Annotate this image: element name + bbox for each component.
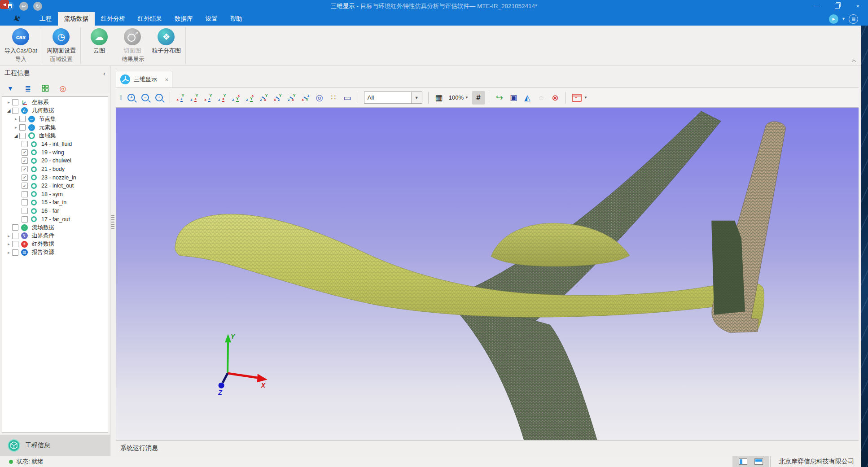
link-network-icon[interactable]: ◌ [535, 91, 548, 105]
outline-list-icon[interactable]: ≣ [23, 83, 33, 93]
panel-collapse-icon[interactable]: ‹ [103, 70, 105, 77]
locate-target-icon[interactable]: ◎ [58, 83, 68, 93]
tree-checkbox[interactable]: ✓ [22, 175, 28, 181]
mesh-grid-toggle[interactable]: # [472, 91, 485, 105]
menu-item-2[interactable]: 红外分析 [95, 12, 132, 26]
clear-all-icon[interactable]: ⊗ [549, 91, 561, 105]
view-back-icon[interactable]: zxY [188, 91, 201, 105]
menu-item-6[interactable]: 帮助 [224, 12, 249, 26]
menu-item-1[interactable]: 流场数据 [58, 12, 95, 26]
view-bottom-icon[interactable]: zYx [244, 91, 256, 105]
tree-item-15-far_in[interactable]: 15 - far_in [2, 198, 108, 207]
package-dropdown[interactable]: ▼ [570, 91, 589, 105]
tree-checkbox[interactable] [22, 216, 28, 223]
group-grid-icon[interactable] [40, 83, 50, 93]
tree-checkbox[interactable] [22, 208, 28, 214]
tree-checkbox[interactable] [22, 191, 28, 197]
layout-bottom-panel-toggle[interactable] [754, 458, 763, 465]
tree-item-20-chuiwei[interactable]: ✓20 - chuiwei [2, 157, 108, 165]
particles-scatter-icon[interactable]: ∷ [327, 91, 340, 105]
combo-dropdown-icon[interactable]: ▼ [411, 92, 422, 103]
transparency-checker-icon[interactable]: ▦ [433, 91, 445, 105]
view-front-icon[interactable]: xzY [174, 91, 187, 105]
help-book-icon[interactable]: ▤ [849, 14, 858, 24]
tree-expander-icon[interactable]: ▸ [6, 100, 12, 105]
display-filter-combobox[interactable]: All▼ [364, 92, 422, 104]
undo-icon[interactable]: ↩ [19, 2, 28, 11]
tree-item--[interactable]: ▸↔节点集 [2, 115, 108, 123]
export-share-icon[interactable]: ↪ [493, 91, 506, 105]
tree-checkbox[interactable] [22, 141, 28, 147]
tree-item--[interactable]: ▸☀红外数据 [2, 240, 108, 249]
tree-expander-icon[interactable]: ▸ [6, 250, 12, 255]
tree-expander-icon[interactable]: ▸ [6, 234, 12, 238]
mirror-symmetry-icon[interactable]: ◭ [521, 91, 534, 105]
tree-item--[interactable]: ▸◌元素集 [2, 123, 108, 132]
ribbon-button-cas[interactable]: cas导入Cas/Dat [4, 28, 37, 55]
ribbon-button-particles[interactable]: ❖粒子分布图 [152, 28, 181, 55]
tree-expander-icon[interactable]: ◢ [13, 133, 19, 138]
tree-checkbox[interactable] [12, 249, 18, 256]
ribbon-button-slice[interactable]: ↗切面图 [118, 28, 146, 55]
tab-3d-display[interactable]: 三维显示 × [116, 71, 172, 87]
view-iso-nw-icon[interactable]: xzY [272, 91, 284, 105]
menu-item-0[interactable]: 工程 [33, 12, 58, 26]
view-top-icon[interactable]: zYx [230, 91, 242, 105]
tree-expander-icon[interactable]: ◢ [6, 108, 12, 113]
tree-item--[interactable]: ◢◭几何数据 [2, 107, 108, 115]
tree-checkbox[interactable] [12, 241, 18, 247]
ribbon-button-clock[interactable]: ◷周期面设置 [47, 28, 76, 55]
chevron-down-icon[interactable]: ▼ [842, 17, 846, 21]
tree-item--[interactable]: ∴流场数据 [2, 223, 108, 232]
tree-item-22-inlet_out[interactable]: ✓22 - inlet_out [2, 182, 108, 190]
tab-close-icon[interactable]: × [165, 76, 168, 83]
tree-checkbox[interactable] [19, 133, 26, 139]
tree-checkbox[interactable]: ✓ [22, 166, 28, 172]
zoom-window-icon[interactable]: ▫ [153, 91, 166, 105]
tree-item--[interactable]: ▸▤报告资源 [2, 249, 108, 257]
tree-checkbox[interactable] [19, 116, 26, 122]
tree-checkbox[interactable]: ✓ [22, 149, 28, 156]
tree-item-16-far[interactable]: 16 - far [2, 207, 108, 215]
tree-expander-icon[interactable]: ▸ [13, 117, 19, 121]
view-iso-se-icon[interactable]: zxY [285, 91, 298, 105]
tree-checkbox[interactable]: ✓ [22, 183, 28, 189]
menu-item-5[interactable]: 设置 [199, 12, 224, 26]
tree-expander-icon[interactable]: ▸ [13, 125, 19, 130]
tree-checkbox[interactable] [12, 224, 18, 231]
toolbar-drag-handle[interactable]: ‖ [119, 94, 122, 101]
viewport-3d[interactable]: Y X Z [116, 108, 859, 440]
filter-icon[interactable]: ▼ [5, 83, 15, 93]
tree-checkbox[interactable] [12, 233, 18, 239]
bottom-tab-project-info[interactable]: 工程信息 [0, 435, 110, 456]
tree-item--[interactable]: ▸↯边界条件 [2, 232, 108, 240]
zoom-percent-dropdown[interactable]: 100%▼ [447, 91, 471, 105]
tree-checkbox[interactable]: ✓ [22, 157, 28, 164]
tree-item-17-far_out[interactable]: 17 - far_out [2, 215, 108, 223]
tree-checkbox[interactable] [22, 199, 28, 205]
tree-checkbox[interactable] [12, 108, 18, 114]
menu-item-4[interactable]: 数据库 [168, 12, 199, 26]
tree-item-18-sym[interactable]: 18 - sym [2, 190, 108, 199]
view-left-icon[interactable]: xzY [202, 91, 215, 105]
maximize-button[interactable] [827, 0, 847, 12]
tree-checkbox[interactable] [12, 99, 18, 105]
select-rect-icon[interactable]: ▭ [341, 91, 354, 105]
probe-camera-icon[interactable]: ◎ [313, 91, 326, 105]
tree-item-14-int_fluid[interactable]: 14 - int_fluid [2, 140, 108, 148]
redo-icon[interactable]: ↻ [33, 2, 42, 11]
tree-item--[interactable]: ◢面域集 [2, 131, 108, 140]
ribbon-collapse-chevron-icon[interactable] [852, 59, 856, 63]
tree-item-19-wing[interactable]: ✓19 - wing [2, 148, 108, 157]
tree-expander-icon[interactable]: ▸ [6, 242, 12, 246]
ribbon-button-cloud[interactable]: ☁云图 [85, 28, 113, 55]
tree-checkbox[interactable] [19, 124, 26, 131]
tree-item-21-body[interactable]: ✓21 - body [2, 165, 108, 174]
tree-item-23-nozzle_in[interactable]: ✓23 - nozzle_in [2, 173, 108, 182]
layout-left-panel-toggle[interactable] [739, 458, 747, 465]
menu-item-3[interactable]: 红外结果 [132, 12, 168, 26]
view-iso-ne-icon[interactable]: zxY [258, 91, 270, 105]
view-right-icon[interactable]: zxY [216, 91, 228, 105]
panel-splitter-handle[interactable] [111, 215, 114, 230]
snapshot-image-icon[interactable]: ▣ [507, 91, 520, 105]
